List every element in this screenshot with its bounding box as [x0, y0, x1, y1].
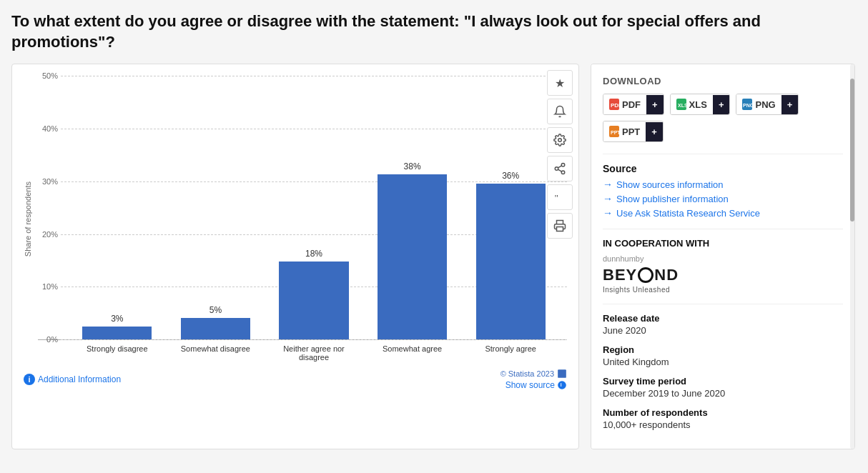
- dunhumby-text: dunnhumby: [603, 254, 843, 263]
- svg-point-0: [558, 139, 562, 142]
- xls-plus: +: [713, 95, 730, 114]
- beyond-y: Y: [626, 266, 638, 284]
- page-title: To what extent do you agree or disagree …: [11, 11, 855, 52]
- beyond-d: D: [666, 266, 679, 284]
- show-sources-link[interactable]: → Show sources information: [603, 179, 843, 190]
- svg-text:PDF: PDF: [611, 102, 619, 109]
- grid-label-30: 30%: [38, 177, 58, 186]
- source-title: Source: [603, 163, 843, 174]
- meta-label-3: Number of respondents: [603, 407, 843, 418]
- download-section: DOWNLOAD PDF PDF + XLS XLS +: [603, 76, 843, 142]
- meta-label-0: Release date: [603, 313, 843, 324]
- arrow-icon-1: →: [603, 179, 613, 190]
- grid-and-bars: 50% 40% 30% 20%: [38, 76, 567, 340]
- xls-label: XLS: [689, 99, 707, 110]
- svg-text:": ": [555, 192, 559, 203]
- ask-statista-link[interactable]: → Use Ask Statista Research Service: [603, 207, 843, 219]
- pdf-btn-label: PDF PDF: [603, 94, 646, 114]
- settings-button[interactable]: [547, 127, 573, 153]
- scrollbar[interactable]: [850, 64, 854, 449]
- show-sources-label: Show sources information: [616, 179, 724, 190]
- svg-point-1: [561, 164, 565, 167]
- show-source-label: Show source: [505, 380, 555, 390]
- svg-rect-8: [558, 369, 566, 378]
- x-label-3: Somewhat agree: [369, 344, 456, 362]
- bar-rect-3: [378, 174, 447, 339]
- info-icon: i: [24, 374, 35, 385]
- download-buttons: PDF PDF + XLS XLS + PNG PNG: [603, 94, 843, 142]
- additional-info-link[interactable]: i Additional Information: [24, 374, 121, 385]
- x-label-1: Somewhat disagree: [172, 344, 260, 362]
- bars-container: 3%5%18%38%36%: [61, 76, 567, 339]
- cite-button[interactable]: ": [547, 184, 573, 210]
- show-publisher-label: Show publisher information: [616, 194, 729, 204]
- arrow-icon-2: →: [603, 193, 613, 204]
- svg-text:XLS: XLS: [678, 103, 686, 108]
- bell-button[interactable]: [547, 99, 573, 124]
- xls-btn-label: XLS XLS: [671, 94, 713, 114]
- chart-inner: 50% 40% 30% 20%: [38, 76, 567, 362]
- png-plus: +: [781, 95, 799, 114]
- bar-rect-1: [181, 318, 250, 339]
- additional-info-label: Additional Information: [38, 374, 121, 384]
- chart-footer: i Additional Information © Statista 2023…: [24, 369, 567, 390]
- bar-value-0: 3%: [111, 314, 123, 324]
- grid-label-50: 50%: [38, 71, 58, 80]
- bar-value-4: 36%: [502, 171, 519, 181]
- bar-rect-2: [279, 262, 348, 339]
- meta-value-2: December 2019 to June 2020: [603, 388, 843, 399]
- source-section: Source → Show sources information → Show…: [603, 163, 843, 219]
- png-download-btn[interactable]: PNG PNG +: [736, 94, 799, 115]
- meta-value-1: United Kingdom: [603, 357, 843, 367]
- pdf-download-btn[interactable]: PDF PDF +: [603, 94, 664, 115]
- bar-value-3: 38%: [404, 161, 421, 171]
- grid-label-20: 20%: [38, 230, 58, 239]
- beyond-tagline: Insights Unleashed: [603, 286, 843, 294]
- png-btn-label: PNG PNG: [736, 94, 781, 114]
- divider-2: [603, 229, 843, 229]
- ppt-label: PPT: [622, 126, 640, 137]
- svg-point-9: [558, 381, 566, 389]
- statista-credit-text: © Statista 2023: [500, 369, 554, 378]
- xls-download-btn[interactable]: XLS XLS +: [670, 94, 731, 115]
- show-publisher-link[interactable]: → Show publisher information: [603, 193, 843, 204]
- ask-statista-label: Use Ask Statista Research Service: [616, 208, 760, 219]
- pdf-label: PDF: [622, 99, 641, 110]
- scrollbar-thumb: [850, 79, 854, 221]
- beyond-brand: B E Y N D: [603, 266, 843, 284]
- meta-value-3: 10,000+ respondents: [603, 419, 843, 430]
- beyond-o-circle: [638, 267, 654, 283]
- divider-1: [603, 154, 843, 154]
- share-button[interactable]: [547, 156, 573, 181]
- meta-value-0: June 2020: [603, 325, 843, 336]
- download-title: DOWNLOAD: [603, 76, 843, 86]
- chart-panel: Share of respondents 50% 40%: [11, 64, 579, 449]
- grid-label-10: 10%: [38, 282, 58, 291]
- cooperation-title: IN COOPERATION WITH: [603, 238, 843, 249]
- svg-line-4: [558, 169, 561, 171]
- meta-row-0: Release dateJune 2020: [603, 313, 843, 336]
- x-label-2: Neither agree nor disagree: [270, 344, 357, 362]
- svg-text:PNG: PNG: [743, 103, 752, 108]
- meta-row-3: Number of respondents10,000+ respondents: [603, 407, 843, 430]
- svg-text:PPT: PPT: [611, 130, 619, 135]
- bar-value-1: 5%: [209, 305, 222, 315]
- show-source-link[interactable]: Show source i: [505, 380, 567, 390]
- print-button[interactable]: [547, 213, 573, 239]
- bar-group-3: 38%: [369, 161, 456, 339]
- ppt-download-btn[interactable]: PPT PPT +: [603, 121, 664, 142]
- bar-rect-4: [476, 184, 546, 339]
- grid-label-0: 0%: [38, 335, 58, 344]
- bar-group-2: 18%: [270, 249, 357, 339]
- svg-point-3: [561, 171, 565, 174]
- star-button[interactable]: ★: [547, 70, 573, 96]
- png-label: PNG: [755, 99, 775, 110]
- beyond-logo: dunnhumby B E Y N D Insights Unleashed: [603, 254, 843, 294]
- ppt-btn-label: PPT PPT: [603, 121, 646, 141]
- beyond-e: E: [615, 266, 626, 284]
- chart-footer-right: © Statista 2023 Show source i: [500, 369, 567, 390]
- ppt-plus: +: [646, 122, 663, 141]
- cooperation-section: IN COOPERATION WITH dunnhumby B E Y N D …: [603, 238, 843, 294]
- svg-text:i: i: [561, 383, 562, 388]
- beyond-n: N: [654, 266, 666, 284]
